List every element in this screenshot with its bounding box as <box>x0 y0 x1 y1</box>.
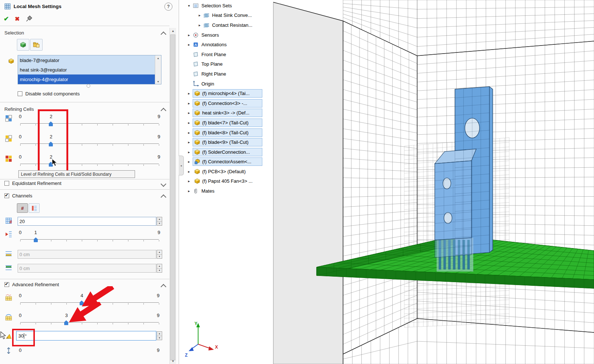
tree-item-blade9[interactable]: ▸ (f) blade<9> (Tail-Cut) <box>186 137 274 147</box>
ok-button[interactable]: ✔ <box>4 15 9 23</box>
collapse-chevron-icon[interactable] <box>161 32 167 37</box>
panel-scrollbar[interactable]: ▲ ▼ <box>170 28 176 364</box>
spinner[interactable]: ▲▼ <box>157 217 162 226</box>
collapse-chevron-icon[interactable] <box>161 284 167 290</box>
tree-item-blade7[interactable]: ▸ (f) blade<7> (Tail-Cut) <box>186 118 274 128</box>
collapse-chevron-icon[interactable] <box>161 194 167 200</box>
expand-icon[interactable]: ▸ <box>186 43 192 47</box>
tree-item-connector-assem[interactable]: ▸ (f) ConnectorAssem<... <box>186 157 274 167</box>
tree-item-top-plane[interactable]: Top Plane <box>186 59 274 69</box>
advanced-refinement-header[interactable]: Advanced Refinement <box>4 282 59 287</box>
expand-icon[interactable]: ▸ <box>186 189 192 193</box>
expand-icon[interactable]: ▸ <box>186 160 192 164</box>
slider-max-label: 9 <box>156 114 161 119</box>
help-button[interactable]: ? <box>164 3 172 11</box>
select-components-button[interactable] <box>17 39 29 51</box>
expand-chevron-icon[interactable] <box>161 181 167 187</box>
local-mesh-icon <box>4 3 11 10</box>
expand-icon[interactable]: ▸ <box>186 170 192 174</box>
list-resize-handle[interactable] <box>87 84 90 88</box>
tree-item-annotations[interactable]: ▸ A Annotations <box>186 40 274 50</box>
checkbox-checked[interactable] <box>4 282 9 287</box>
max-channel-height-row: ▲▼ <box>0 250 170 259</box>
tree-item-contact-resistance[interactable]: ▸ Contact Resistan... <box>197 20 274 30</box>
curvature-angle-input[interactable]: 30° <box>16 331 156 341</box>
expand-icon[interactable]: ▸ <box>186 101 192 105</box>
mates-paperclip-icon <box>193 188 199 194</box>
list-item[interactable]: heat sink-3@regulator <box>18 65 161 74</box>
tree-item-label: (f) ConnectorAssem<... <box>202 159 251 164</box>
tree-item-label: Selection Sets <box>201 3 232 8</box>
pin-icon[interactable] <box>26 15 32 22</box>
expand-icon[interactable]: ▸ <box>186 150 192 154</box>
scroll-down-icon[interactable]: ▼ <box>170 358 176 364</box>
scroll-up-icon[interactable]: ▲ <box>155 55 161 61</box>
spinner-disabled[interactable]: ▲▼ <box>157 264 162 273</box>
tree-item-heat-sink-convection[interactable]: ▸ Heat Sink Conve... <box>197 11 274 21</box>
scroll-down-icon[interactable]: ▼ <box>155 79 161 84</box>
channels-section-header[interactable]: Channels <box>4 193 32 199</box>
expand-icon[interactable]: ▸ <box>186 91 192 95</box>
tree-item-solder-connection[interactable]: ▸ (f) SolderConnection... <box>186 147 274 157</box>
slider-min-label: 0 <box>18 154 23 160</box>
checkbox[interactable] <box>4 181 9 186</box>
part-icon <box>194 90 200 97</box>
checkbox-checked[interactable] <box>4 193 9 198</box>
slider-max-label: 9 <box>156 347 161 353</box>
selected-components-list[interactable]: blade-7@regulator heat sink-3@regulator … <box>18 55 161 84</box>
spinner[interactable]: ▲▼ <box>157 331 162 340</box>
tree-item-mates[interactable]: ▸ Mates <box>186 186 274 196</box>
tree-item-right-plane[interactable]: Right Plane <box>186 69 274 79</box>
tree-item-pcb[interactable]: ▸ (f) PCB<3> (Default) <box>186 167 274 176</box>
min-channel-height-input[interactable] <box>18 264 156 273</box>
list-scrollbar[interactable]: ▲ ▼ <box>155 55 161 84</box>
selection-sets-icon <box>193 3 199 9</box>
channels-size-mode-button[interactable] <box>29 203 40 213</box>
channel-cells-input[interactable] <box>18 217 156 226</box>
expand-icon[interactable]: ▸ <box>186 140 192 144</box>
x-axis-label: X <box>215 345 218 350</box>
tree-item-sensors[interactable]: ▸ Sensors <box>186 30 274 40</box>
panel-collapse-handle[interactable]: ◂ <box>179 156 184 175</box>
expand-icon[interactable]: ▸ <box>197 23 202 27</box>
tree-item-selection-sets[interactable]: ▾ Selection Sets <box>186 1 274 11</box>
tree-item-heat-sink[interactable]: ▸ heat sink<3> -> (Def... <box>186 108 274 118</box>
tree-item-papst-fan[interactable]: ▸ (f) Papst 405 Fan<3> ... <box>186 176 274 186</box>
scrollbar-thumb[interactable] <box>170 34 175 360</box>
expand-icon[interactable]: ▸ <box>186 179 192 183</box>
expand-icon[interactable]: ▸ <box>186 121 192 125</box>
expand-icon[interactable]: ▸ <box>197 13 202 17</box>
selection-section-header[interactable]: Selection <box>4 29 24 36</box>
expand-icon[interactable]: ▸ <box>186 131 192 135</box>
tree-item-blade8[interactable]: ▸ (f) blade<8> (Tail-Cut) <box>186 128 274 138</box>
tree-item-microchip[interactable]: ▸ (f) microchip<4> (Tai... <box>186 88 274 98</box>
collapse-chevron-icon[interactable] <box>161 108 167 114</box>
svg-text:A: A <box>194 43 197 47</box>
expand-icon[interactable]: ▾ <box>186 4 192 8</box>
tree-item-origin[interactable]: Origin <box>186 79 274 89</box>
part-icon <box>194 110 200 116</box>
expand-icon[interactable]: ▸ <box>186 111 192 115</box>
refining-cells-section-header[interactable]: Refining Cells <box>4 106 34 112</box>
channels-number-mode-button[interactable]: # <box>17 203 28 213</box>
checkbox[interactable] <box>18 91 22 96</box>
slider-min-label: 0 <box>18 347 23 353</box>
curvature-icon <box>5 314 12 321</box>
tree-item-front-plane[interactable]: Front Plane <box>186 50 274 59</box>
slider-max-label: 9 <box>156 230 161 235</box>
tree-item-connection[interactable]: ▸ (f) Connection<3> -... <box>186 98 274 108</box>
expand-icon[interactable]: ▸ <box>186 33 192 37</box>
cancel-button[interactable]: ✖ <box>15 15 19 22</box>
scroll-up-icon[interactable]: ▲ <box>170 28 176 34</box>
tree-item-label: Right Plane <box>201 71 226 77</box>
max-channel-height-input[interactable] <box>18 250 156 259</box>
spinner-disabled[interactable]: ▲▼ <box>157 250 162 259</box>
slider-thumb[interactable] <box>34 237 38 242</box>
equidistant-refinement-header[interactable]: Equidistant Refinement <box>4 181 61 186</box>
slider-track[interactable] <box>20 239 159 240</box>
list-item[interactable]: microchip-4@regulator <box>18 74 161 84</box>
select-group-button[interactable] <box>30 39 43 51</box>
disable-solid-components-row[interactable]: Disable solid components <box>18 91 80 97</box>
list-item[interactable]: blade-7@regulator <box>18 55 161 65</box>
part-icon <box>194 178 200 184</box>
